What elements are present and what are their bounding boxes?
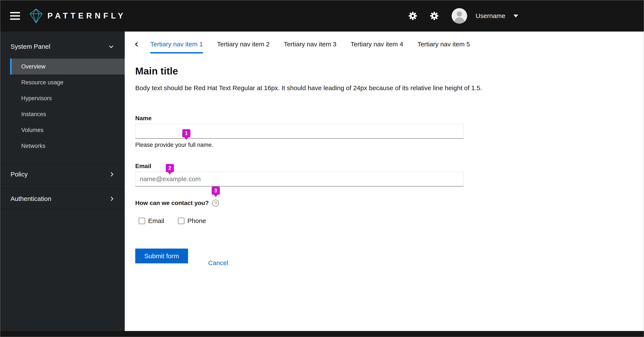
annotation-pin-1: 1: [182, 129, 190, 138]
sidebar-item-volumes[interactable]: Volumes: [10, 122, 125, 138]
sidebar-item-networks[interactable]: Networks: [10, 138, 125, 154]
chevron-right-icon: [109, 196, 113, 201]
tab-tertiary-2[interactable]: Tertiary nav item 2: [217, 40, 270, 54]
tab-tertiary-1[interactable]: Tertiary nav item 1: [150, 40, 203, 54]
page-title: Main title: [135, 66, 644, 77]
chevron-right-icon: [109, 172, 113, 176]
sidebar-item-instances[interactable]: Instances: [10, 106, 125, 122]
contact-options: Email Phone: [135, 217, 464, 224]
patternfly-logo-icon: [30, 8, 43, 24]
main-content: Tertiary nav item 1 Tertiary nav item 2 …: [125, 32, 644, 337]
name-helper-text: Please provide your full name.: [135, 142, 464, 148]
email-input[interactable]: [135, 172, 464, 186]
settings-gear-icon-2[interactable]: [430, 12, 439, 20]
sidebar-section-label: Policy: [10, 171, 28, 178]
email-checkbox-label[interactable]: Email: [148, 217, 164, 224]
brand-text: PATTERNFLY: [48, 12, 126, 20]
checkbox-item-email: Email: [139, 217, 164, 224]
sidebar-section-system-panel[interactable]: System Panel: [0, 34, 125, 58]
contact-label: How can we contact you?: [135, 199, 209, 207]
sidebar-section-label: Authentication: [10, 195, 51, 202]
settings-gear-icon[interactable]: [408, 12, 417, 20]
masthead: PATTERNFLY: [0, 0, 644, 32]
user-menu-caret-icon[interactable]: [514, 14, 518, 18]
avatar[interactable]: [452, 8, 467, 24]
submit-form-button[interactable]: Submit form: [135, 248, 188, 264]
sidebar-section-policy[interactable]: Policy: [0, 164, 125, 184]
chevron-down-icon: [109, 44, 113, 48]
contact-label-row: How can we contact you? ?: [135, 199, 464, 207]
name-label: Name: [135, 114, 464, 122]
sidebar-section-label: System Panel: [10, 43, 50, 50]
username-menu[interactable]: Username: [476, 12, 505, 20]
menu-toggle-icon[interactable]: [10, 12, 20, 20]
sidebar-item-overview[interactable]: Overview: [10, 58, 125, 74]
sidebar-subnav: Overview Resource usage Hypervisors Inst…: [10, 58, 125, 154]
contact-form: Name Please provide your full name. Emai…: [135, 114, 464, 264]
email-checkbox[interactable]: [139, 218, 145, 224]
question-circle-icon[interactable]: ?: [212, 200, 219, 206]
annotation-pin-3: 3: [212, 186, 220, 195]
phone-checkbox-label[interactable]: Phone: [188, 217, 206, 224]
cancel-link[interactable]: Cancel: [208, 259, 228, 266]
tab-tertiary-4[interactable]: Tertiary nav item 4: [350, 40, 403, 54]
masthead-toolbar: Username: [408, 8, 518, 24]
sidebar-item-resource-usage[interactable]: Resource usage: [10, 74, 125, 90]
bottom-bar: [0, 331, 644, 337]
checkbox-item-phone: Phone: [178, 217, 206, 224]
brand[interactable]: PATTERNFLY: [30, 8, 126, 24]
app-window: PATTERNFLY: [0, 0, 644, 337]
body-text: Body text should be Red Hat Text Regular…: [135, 83, 608, 93]
sidebar-section-authentication[interactable]: Authentication: [0, 189, 125, 209]
phone-checkbox[interactable]: [178, 218, 184, 224]
form-actions: Submit form Cancel: [135, 248, 464, 264]
tabs-scroll-left-icon[interactable]: [135, 42, 140, 46]
sidebar-item-hypervisors[interactable]: Hypervisors: [10, 90, 125, 106]
sidebar-nav: System Panel Overview Resource usage Hyp…: [0, 32, 125, 337]
tab-tertiary-5[interactable]: Tertiary nav item 5: [417, 40, 470, 54]
annotation-pin-2: 2: [166, 164, 174, 172]
tertiary-nav-tabs: Tertiary nav item 1 Tertiary nav item 2 …: [135, 39, 644, 54]
email-label: Email: [135, 162, 464, 170]
tab-tertiary-3[interactable]: Tertiary nav item 3: [284, 40, 336, 54]
